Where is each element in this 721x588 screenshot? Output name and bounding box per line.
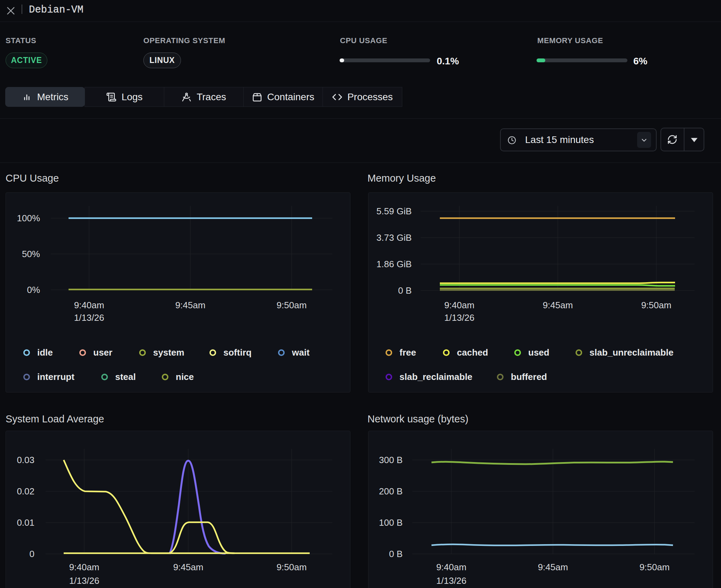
svg-text:9:40am: 9:40am (436, 562, 467, 572)
svg-text:200 B: 200 B (379, 486, 403, 496)
svg-text:9:50am: 9:50am (277, 562, 307, 572)
svg-text:0%: 0% (27, 285, 40, 295)
svg-text:0 B: 0 B (398, 285, 412, 296)
svg-text:300 B: 300 B (379, 455, 403, 465)
svg-text:100 B: 100 B (379, 517, 403, 528)
svg-text:1.86 GiB: 1.86 GiB (377, 259, 412, 269)
svg-text:9:50am: 9:50am (640, 562, 670, 572)
svg-text:9:50am: 9:50am (277, 300, 307, 310)
svg-text:9:50am: 9:50am (641, 300, 672, 310)
svg-text:0.02: 0.02 (17, 486, 34, 496)
svg-text:0.01: 0.01 (17, 517, 34, 528)
svg-text:5.59 GiB: 5.59 GiB (377, 206, 412, 216)
svg-text:1/13/26: 1/13/26 (436, 575, 467, 586)
svg-text:9:45am: 9:45am (175, 300, 206, 310)
svg-text:9:45am: 9:45am (538, 562, 568, 572)
svg-text:9:40am: 9:40am (69, 562, 100, 572)
svg-text:0: 0 (30, 549, 34, 559)
svg-text:0 B: 0 B (389, 549, 403, 559)
svg-text:9:40am: 9:40am (444, 300, 475, 310)
svg-text:100%: 100% (17, 213, 40, 223)
svg-text:1/13/26: 1/13/26 (69, 575, 100, 586)
svg-text:9:45am: 9:45am (543, 300, 573, 310)
svg-text:1/13/26: 1/13/26 (444, 312, 475, 323)
svg-text:50%: 50% (22, 249, 40, 259)
svg-text:0.03: 0.03 (17, 455, 34, 465)
svg-text:9:45am: 9:45am (173, 562, 204, 572)
svg-text:9:40am: 9:40am (74, 300, 104, 310)
svg-text:1/13/26: 1/13/26 (74, 312, 104, 323)
svg-text:3.73 GiB: 3.73 GiB (377, 232, 412, 243)
